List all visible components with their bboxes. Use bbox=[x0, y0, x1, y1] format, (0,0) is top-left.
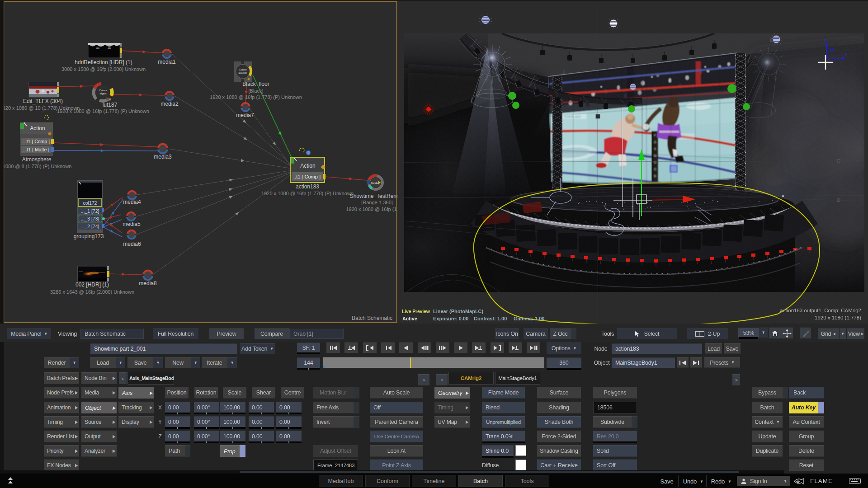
svg-text:Render: Render bbox=[371, 182, 379, 184]
svg-text:media6: media6 bbox=[123, 241, 141, 247]
svg-text:[Range 1-360]: [Range 1-360] bbox=[361, 200, 393, 205]
svg-text:col172: col172 bbox=[83, 200, 97, 206]
svg-text:Batch Schematic: Batch Schematic bbox=[352, 315, 392, 321]
svg-text:Action: Action bbox=[300, 163, 315, 169]
svg-text:media5: media5 bbox=[123, 221, 141, 227]
svg-text:y: y bbox=[824, 38, 826, 42]
svg-text:Gamma: 1.00: Gamma: 1.00 bbox=[514, 316, 544, 321]
svg-text:..t1 [ Comp ]: ..t1 [ Comp ] bbox=[293, 174, 321, 179]
svg-text:Edit_TLFX (304): Edit_TLFX (304) bbox=[23, 98, 63, 104]
svg-text:x: x bbox=[844, 52, 847, 57]
svg-text:media4: media4 bbox=[123, 199, 141, 205]
svg-text:action183 output1_Comp: CAMrig: action183 output1_Comp: CAMrig2 bbox=[780, 308, 861, 313]
svg-text:Contrast: 1.00: Contrast: 1.00 bbox=[474, 316, 507, 321]
svg-text:grouping173: grouping173 bbox=[74, 233, 104, 239]
svg-text:Colour: Colour bbox=[99, 89, 107, 92]
svg-text:...t1 [ Comp ]: ...t1 [ Comp ] bbox=[23, 139, 50, 144]
svg-text:Source: Source bbox=[238, 71, 247, 74]
svg-text:lut187: lut187 bbox=[103, 102, 118, 108]
svg-text:hdriReflection [HDR] (1): hdriReflection [HDR] (1) bbox=[75, 59, 132, 66]
svg-text:..._2 [74]: ..._2 [74] bbox=[81, 224, 99, 229]
svg-text:action183: action183 bbox=[296, 183, 319, 190]
svg-text:3000 x 1500 @ 16fp (2.000) Un: 3000 x 1500 @ 16fp (2.000) Unknown bbox=[61, 66, 146, 72]
svg-text:media7: media7 bbox=[236, 112, 254, 118]
svg-text:Mgmt: Mgmt bbox=[100, 92, 107, 95]
svg-text:[Black]: [Black] bbox=[248, 88, 263, 94]
svg-text:Atmosphere: Atmosphere bbox=[22, 156, 52, 163]
svg-text:868 x 488 @ 16fp (1.778) (P): 868 x 488 @ 16fp (1.778) (P) Unknown bbox=[57, 108, 149, 114]
svg-text:Action: Action bbox=[30, 125, 45, 131]
svg-text:media8: media8 bbox=[139, 280, 157, 286]
svg-text:002 [HDR] (1): 002 [HDR] (1) bbox=[75, 282, 109, 288]
svg-text:868 x 488 @ 16fp (1.778) (P): 868 x 488 @ 16fp (1.778) (P) Unknown bbox=[210, 94, 302, 100]
svg-text:Live Preview: Live Preview bbox=[402, 309, 430, 314]
svg-text:Linear (PhotoMapLC): Linear (PhotoMapLC) bbox=[433, 309, 484, 314]
svg-text:media2: media2 bbox=[160, 101, 179, 107]
svg-text:..._3 [73]: ..._3 [73] bbox=[81, 216, 99, 221]
svg-text:868 x 488 @ 16fp (1.778) (P): 868 x 488 @ 16fp (1.778) (P) Unknown bbox=[261, 191, 354, 196]
svg-text:Exposure: 0.00: Exposure: 0.00 bbox=[433, 316, 468, 321]
svg-text:3286 x 1643 @ 16fp (2.000) Un: 3286 x 1643 @ 16fp (2.000) Unknown bbox=[50, 289, 134, 295]
svg-text:media1: media1 bbox=[158, 59, 176, 65]
svg-text:...t1 [ Matte ]: ...t1 [ Matte ] bbox=[23, 147, 49, 152]
svg-text:Active: Active bbox=[402, 316, 417, 321]
svg-text:Showtime_TestRender: Showtime_TestRender bbox=[350, 193, 405, 199]
svg-text:Black_floor: Black_floor bbox=[242, 81, 269, 87]
svg-text:Colour: Colour bbox=[239, 68, 247, 71]
svg-text:868 x 488 (1.778): 868 x 488 (1.778) bbox=[815, 315, 861, 320]
svg-text:media3: media3 bbox=[154, 154, 172, 160]
svg-text:3840 x 1080 @ 8 (1.778) (P) Un: 3840 x 1080 @ 8 (1.778) (P) Unknown bbox=[0, 164, 71, 169]
svg-text:..._1 [72]: ..._1 [72] bbox=[81, 208, 99, 214]
